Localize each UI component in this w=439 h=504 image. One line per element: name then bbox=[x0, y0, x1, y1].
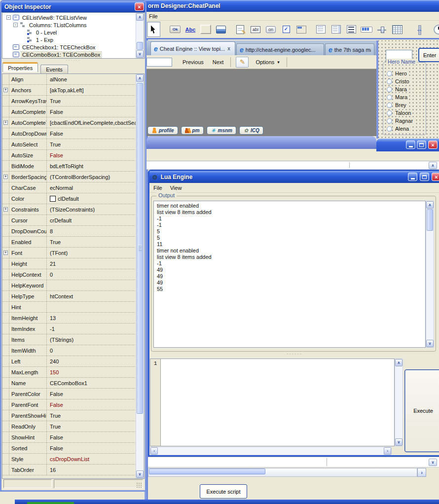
tab-events[interactable]: Events bbox=[40, 65, 68, 73]
property-value[interactable]: (TSizeConstraints) bbox=[47, 207, 136, 213]
property-row[interactable]: AlignalNone bbox=[2, 74, 136, 85]
property-value[interactable]: 16 bbox=[47, 467, 136, 473]
scroll-down-button[interactable]: ∨ bbox=[426, 340, 434, 347]
scroll-down-button[interactable]: ∨ bbox=[395, 438, 402, 446]
radio-mara[interactable]: Mara bbox=[387, 93, 425, 101]
property-value[interactable]: 150 bbox=[47, 369, 136, 375]
property-value[interactable]: alNone bbox=[47, 76, 136, 82]
radio-alena[interactable]: Alena bbox=[387, 125, 425, 133]
browser-tab[interactable]: ethe 7th saga ma bbox=[325, 43, 374, 55]
scroll-up-button[interactable]: ∧ bbox=[136, 13, 144, 21]
property-row[interactable]: HelpTypehtContext bbox=[2, 291, 136, 302]
expand-box[interactable]: + bbox=[3, 120, 8, 125]
tab-properties[interactable]: Properties bbox=[2, 62, 38, 72]
image-icon[interactable] bbox=[215, 23, 227, 36]
property-row[interactable]: ParentColorFalse bbox=[2, 389, 136, 399]
menu-view[interactable]: View bbox=[170, 185, 182, 191]
scroll-down-button[interactable]: ∨ bbox=[136, 470, 144, 478]
tree-item[interactable]: CECheckbox1: TCECheckBox bbox=[2, 43, 137, 51]
expand-box[interactable]: + bbox=[3, 175, 8, 179]
property-value[interactable]: True bbox=[47, 98, 136, 104]
property-value[interactable]: False bbox=[47, 434, 136, 440]
togglebox-icon[interactable] bbox=[264, 23, 277, 36]
radio-hero[interactable]: Hero bbox=[387, 70, 425, 77]
property-row[interactable]: MaxLength150 bbox=[2, 367, 136, 378]
menu-file[interactable]: File bbox=[153, 185, 162, 191]
stringgrid-icon[interactable] bbox=[391, 23, 403, 36]
property-value[interactable]: True bbox=[47, 413, 136, 419]
progressbar-icon[interactable] bbox=[360, 23, 373, 36]
splitter-icon[interactable] bbox=[413, 23, 426, 36]
property-value[interactable]: CEComboBox1 bbox=[47, 380, 136, 386]
property-row[interactable]: +BorderSpacing(TControlBorderSpacing) bbox=[2, 172, 136, 182]
label-icon[interactable] bbox=[184, 23, 197, 36]
property-row[interactable]: +AutoCompleteText[cbactEndOfLineComplete… bbox=[2, 117, 136, 128]
property-value[interactable]: (TControlBorderSpacing) bbox=[47, 174, 136, 180]
property-value[interactable]: (TFont) bbox=[47, 250, 136, 256]
scroll-down-button[interactable]: ∨ bbox=[429, 459, 437, 466]
output-scrollbar[interactable]: ∧ ∨ bbox=[426, 201, 434, 348]
tree-item[interactable]: 0 - Level bbox=[2, 29, 137, 36]
property-value[interactable]: False bbox=[47, 131, 136, 137]
select-cursor-icon[interactable] bbox=[147, 22, 160, 37]
tree-item[interactable]: -CEListView8: TCEListView bbox=[2, 14, 137, 21]
previous-button[interactable]: Previous bbox=[178, 59, 208, 65]
resize-grip[interactable] bbox=[136, 482, 142, 488]
edit-icon[interactable] bbox=[249, 23, 262, 36]
main-window-titlebar[interactable]: × bbox=[376, 139, 439, 151]
scroll-thumb[interactable] bbox=[427, 209, 433, 231]
property-value[interactable]: False bbox=[47, 109, 136, 115]
scroll-thumb[interactable] bbox=[137, 83, 143, 414]
scroll-up-button[interactable]: ∧ bbox=[136, 74, 144, 82]
property-value[interactable]: 240 bbox=[47, 359, 136, 364]
cheatpanel-form-canvas[interactable]: Enter Hero Name HeroCristoNaraMaraBreyTa… bbox=[376, 40, 439, 139]
forum-msnm-button[interactable]: ✳msnm bbox=[207, 126, 236, 135]
property-value[interactable]: ecNormal bbox=[47, 185, 136, 191]
browser-tab[interactable]: ehttp://cheat-engine.googlec... bbox=[236, 43, 324, 55]
minimize-button[interactable] bbox=[408, 173, 417, 181]
property-row[interactable]: NameCEComboBox1 bbox=[2, 378, 136, 389]
panel-icon[interactable] bbox=[199, 23, 212, 36]
minimize-button[interactable] bbox=[406, 141, 415, 149]
radio-taloon[interactable]: Taloon bbox=[387, 109, 425, 117]
property-row[interactable]: Left240 bbox=[2, 356, 136, 367]
close-button[interactable]: × bbox=[432, 173, 439, 181]
browser-tab[interactable]: eCheat Engine :: View topi...x bbox=[150, 41, 235, 55]
property-row[interactable]: +Constraints(TSizeConstraints) bbox=[2, 204, 136, 215]
tree-scrollbar[interactable]: ∧ ∨ bbox=[136, 13, 144, 58]
property-row[interactable]: ParentFontFalse bbox=[2, 399, 136, 410]
property-row[interactable]: CharCaseecNormal bbox=[2, 182, 136, 193]
property-row[interactable]: Height21 bbox=[2, 258, 136, 269]
property-value[interactable]: False bbox=[47, 152, 136, 158]
property-row[interactable]: Items(TStrings) bbox=[2, 334, 136, 345]
property-value[interactable]: False bbox=[47, 445, 136, 451]
property-value[interactable]: [cbactEndOfLineComplete,cbactSea bbox=[47, 120, 136, 126]
tree-item[interactable]: CEComboBox1: TCEComboBox bbox=[2, 51, 137, 58]
scroll-up-button[interactable]: ∧ bbox=[426, 201, 434, 209]
bottom-horizontal-scrollbar[interactable]: › bbox=[148, 468, 439, 477]
property-row[interactable]: ItemHeight13 bbox=[2, 313, 136, 324]
property-row[interactable]: StylecsDropDownList bbox=[2, 454, 136, 465]
listview-icon[interactable] bbox=[345, 23, 358, 36]
property-row[interactable]: ShowHintFalse bbox=[2, 432, 136, 443]
expand-box[interactable]: + bbox=[3, 251, 8, 255]
property-row[interactable]: AutoDropDownFalse bbox=[2, 128, 136, 139]
scroll-right-button[interactable]: › bbox=[417, 468, 426, 477]
tree-item[interactable]: -Columns: TListColumns bbox=[2, 21, 137, 29]
radio-ragnar[interactable]: Ragnar bbox=[387, 117, 425, 125]
scroll-left-button[interactable]: ‹ bbox=[150, 447, 158, 455]
property-value[interactable]: htContext bbox=[47, 293, 136, 299]
property-value[interactable]: 21 bbox=[47, 261, 136, 267]
scroll-up-button[interactable]: ∧ bbox=[395, 359, 402, 366]
execute-script-button[interactable]: Execute script bbox=[200, 484, 247, 499]
output-pane[interactable]: timer not enabledlist view 8 items added… bbox=[153, 201, 426, 348]
radio-brey[interactable]: Brey bbox=[387, 101, 425, 109]
property-value[interactable]: clDefault bbox=[47, 196, 136, 202]
property-row[interactable]: AutoSelectTrue bbox=[2, 139, 136, 150]
property-value[interactable]: bdLeftToRight bbox=[47, 163, 136, 169]
enter-button[interactable]: Enter bbox=[418, 48, 439, 62]
button-icon[interactable] bbox=[169, 23, 182, 36]
checkbox-icon[interactable] bbox=[280, 23, 293, 36]
property-row[interactable]: ItemIndex-1 bbox=[2, 324, 136, 334]
highlight-button[interactable]: ✎ bbox=[236, 57, 249, 68]
